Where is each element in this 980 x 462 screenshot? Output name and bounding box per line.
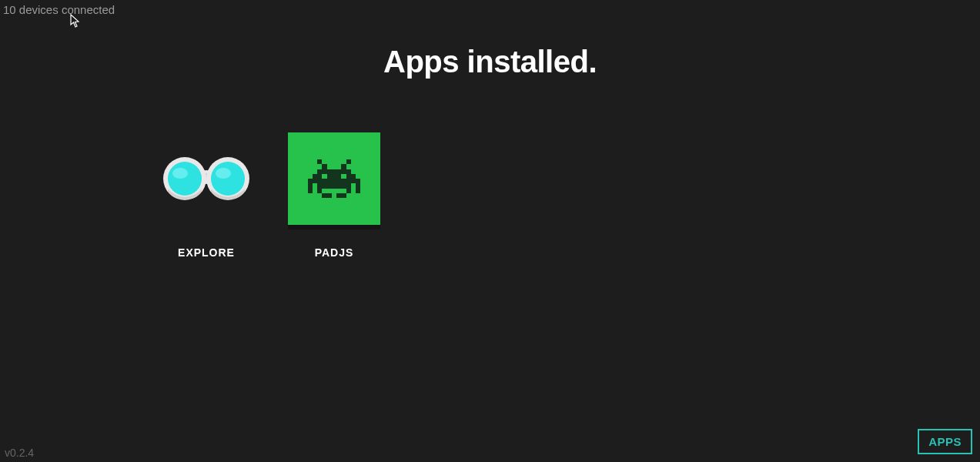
- cursor-icon: [70, 14, 81, 31]
- svg-rect-22: [346, 189, 351, 193]
- svg-rect-24: [322, 193, 332, 198]
- svg-rect-11: [341, 164, 346, 169]
- app-padjs[interactable]: PADJS: [288, 132, 380, 259]
- svg-rect-12: [317, 169, 351, 174]
- svg-rect-23: [356, 189, 360, 193]
- svg-point-6: [211, 162, 245, 196]
- svg-rect-21: [317, 189, 322, 193]
- page-title: Apps installed.: [0, 45, 980, 79]
- version-text: v0.2.4: [5, 447, 34, 459]
- app-explore[interactable]: EXPLORE: [160, 132, 253, 259]
- app-list: EXPLORE PADJS: [160, 132, 380, 259]
- svg-rect-14: [322, 174, 326, 179]
- status-text: 10 devices connected: [3, 3, 115, 16]
- svg-rect-20: [308, 189, 313, 193]
- svg-rect-8: [317, 159, 322, 164]
- app-padjs-label: PADJS: [315, 246, 354, 259]
- svg-rect-18: [317, 183, 351, 188]
- svg-rect-9: [346, 159, 351, 164]
- svg-rect-25: [336, 193, 346, 198]
- svg-rect-19: [356, 183, 360, 188]
- svg-point-7: [216, 168, 231, 179]
- apps-button[interactable]: APPS: [918, 429, 972, 454]
- svg-point-3: [168, 162, 202, 196]
- svg-rect-15: [341, 174, 346, 179]
- svg-rect-16: [308, 179, 361, 183]
- invader-icon: [288, 132, 380, 225]
- app-explore-label: EXPLORE: [178, 246, 235, 259]
- binoculars-icon: [160, 132, 253, 225]
- svg-rect-17: [308, 183, 313, 188]
- svg-rect-13: [313, 174, 356, 179]
- svg-rect-10: [322, 164, 326, 169]
- svg-point-4: [172, 168, 188, 179]
